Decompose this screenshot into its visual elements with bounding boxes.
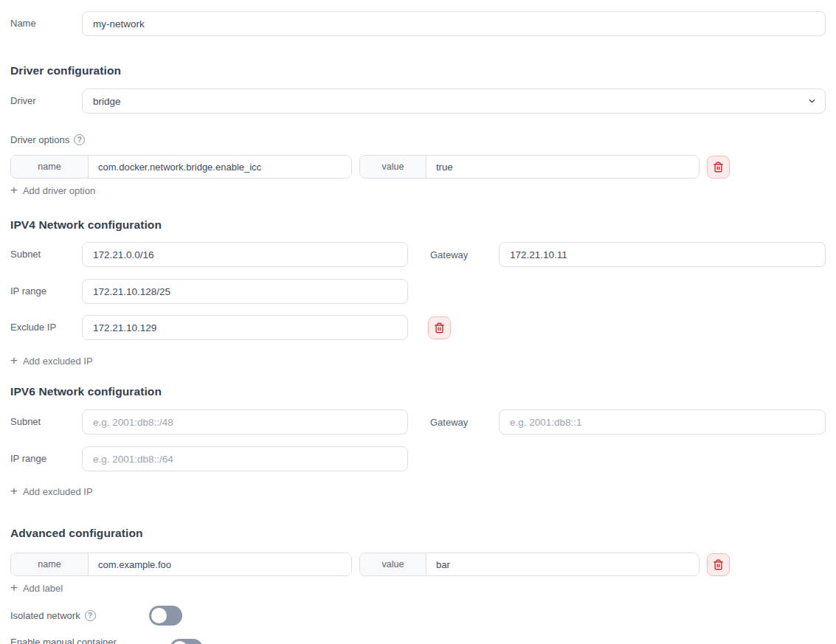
remove-label-button[interactable] — [707, 553, 730, 576]
ipv4-gateway-label: Gateway — [408, 249, 499, 260]
ipv4-ip-range-label: IP range — [10, 285, 82, 297]
driver-option-value-group: value — [359, 155, 699, 179]
ipv4-add-excluded-ip-label: Add excluded IP — [23, 356, 93, 367]
label-name-input[interactable] — [89, 553, 351, 575]
remove-driver-option-button[interactable] — [707, 156, 730, 179]
ipv4-subnet-label: Subnet — [10, 249, 82, 260]
ipv4-exclude-ip-input[interactable] — [82, 315, 408, 340]
isolated-network-label-wrap: Isolated network ? — [10, 610, 149, 622]
driver-configuration-heading: Driver configuration — [10, 64, 826, 77]
isolated-network-label: Isolated network — [10, 610, 80, 622]
ipv6-add-excluded-ip-label: Add excluded IP — [23, 486, 93, 497]
ipv6-subnet-row: Subnet Gateway — [10, 409, 826, 434]
toggle-knob — [172, 641, 187, 644]
ipv6-gateway-label: Gateway — [408, 417, 499, 428]
trash-icon — [434, 322, 445, 333]
driver-label: Driver — [10, 95, 82, 107]
add-driver-option-label: Add driver option — [23, 185, 95, 196]
ipv4-configuration-heading: IPV4 Network configuration — [10, 218, 826, 232]
driver-option-name-group: name — [10, 155, 352, 179]
trash-icon — [713, 162, 724, 173]
ipv6-ip-range-label: IP range — [10, 453, 82, 465]
label-value-input[interactable] — [426, 553, 699, 575]
isolated-network-row: Isolated network ? — [10, 606, 826, 626]
value-addon: value — [360, 156, 426, 178]
ipv4-ip-range-row: IP range — [10, 279, 826, 304]
driver-select-wrap: bridge — [82, 89, 826, 114]
ipv4-subnet-input[interactable] — [82, 242, 408, 267]
remove-excluded-ip-button[interactable] — [428, 316, 451, 339]
driver-option-value-input[interactable] — [426, 156, 699, 178]
network-name-input[interactable] — [82, 11, 826, 36]
plus-icon: + — [10, 356, 18, 366]
driver-row: Driver bridge — [10, 89, 826, 114]
manual-attachment-row: Enable manual container attachment — [10, 637, 826, 644]
ipv4-gateway-input[interactable] — [499, 242, 826, 267]
plus-icon: + — [10, 185, 18, 195]
name-addon: name — [11, 553, 89, 575]
help-icon[interactable]: ? — [85, 610, 96, 621]
ipv4-ip-range-input[interactable] — [82, 279, 408, 304]
toggle-knob — [151, 608, 167, 623]
value-addon: value — [360, 553, 426, 575]
ipv6-add-excluded-ip-button[interactable]: + Add excluded IP — [10, 486, 93, 497]
plus-icon: + — [10, 486, 18, 496]
name-addon: name — [11, 156, 89, 178]
trash-icon — [713, 559, 724, 570]
manual-attachment-label: Enable manual container attachment — [10, 637, 149, 644]
add-label-label: Add label — [23, 583, 63, 594]
ipv4-exclude-ip-label: Exclude IP — [10, 322, 82, 333]
driver-option-row: name value — [10, 155, 826, 179]
name-row: Name — [10, 11, 826, 36]
ipv6-subnet-input[interactable] — [82, 409, 408, 434]
help-icon[interactable]: ? — [74, 134, 85, 145]
name-label: Name — [10, 18, 82, 30]
isolated-network-toggle[interactable] — [149, 606, 182, 626]
manual-attachment-toggle[interactable] — [170, 639, 203, 644]
label-row: name value — [10, 553, 826, 576]
add-label-button[interactable]: + Add label — [10, 583, 63, 594]
ipv4-subnet-row: Subnet Gateway — [10, 242, 826, 267]
ipv6-gateway-input[interactable] — [499, 409, 826, 434]
ipv6-ip-range-input[interactable] — [82, 446, 408, 471]
driver-select[interactable]: bridge — [82, 89, 826, 114]
advanced-configuration-heading: Advanced configuration — [10, 527, 826, 540]
driver-option-name-input[interactable] — [89, 156, 351, 178]
label-value-group: value — [359, 553, 699, 576]
create-network-form: Name Driver configuration Driver bridge … — [0, 0, 836, 644]
ipv6-ip-range-row: IP range — [10, 446, 826, 471]
label-name-group: name — [10, 553, 352, 576]
driver-options-label-row: Driver options ? — [10, 134, 826, 145]
ipv6-configuration-heading: IPV6 Network configuration — [10, 385, 826, 398]
ipv4-add-excluded-ip-button[interactable]: + Add excluded IP — [10, 356, 93, 367]
add-driver-option-button[interactable]: + Add driver option — [10, 185, 95, 196]
driver-options-label: Driver options — [10, 134, 69, 145]
ipv4-exclude-ip-row: Exclude IP — [10, 315, 826, 340]
plus-icon: + — [10, 583, 18, 593]
ipv6-subnet-label: Subnet — [10, 416, 82, 428]
